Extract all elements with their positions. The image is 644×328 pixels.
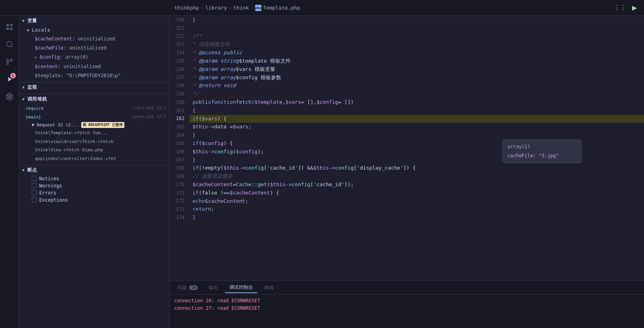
ln-159: 159 bbox=[170, 90, 185, 98]
breakpoints-section: ▼ 断点 Notices Warnings Errors Ex bbox=[19, 165, 169, 328]
bp-errors-checkbox[interactable] bbox=[32, 190, 37, 195]
watch-arrow: ▼ bbox=[22, 85, 25, 90]
callstack-section: ▼ 调用堆栈 require start.php 19:1 {main} ind… bbox=[19, 94, 169, 163]
callstack-header[interactable]: ▼ 调用堆栈 bbox=[19, 94, 169, 104]
breadcrumb-filename: Template.php bbox=[263, 5, 300, 11]
code-editor[interactable]: 150 151 152 153 154 155 156 157 158 159 … bbox=[170, 16, 644, 280]
stack-item-1[interactable]: think\Template->fetch Tem... bbox=[22, 129, 169, 137]
bp-exceptions-label: Exceptions bbox=[39, 197, 68, 203]
bp-notices-checkbox[interactable] bbox=[32, 176, 37, 181]
bp-warnings-checkbox[interactable] bbox=[32, 183, 37, 188]
terminal-content: connection 26: read ECONNRESET connectio… bbox=[170, 295, 644, 328]
code-line-173: return; bbox=[189, 205, 644, 214]
ln-162: 162 bbox=[170, 115, 185, 123]
ln-167: 167 bbox=[170, 156, 185, 164]
callstack-list: require start.php 19:1 {main} index.php … bbox=[19, 104, 169, 163]
tooltip-title: array(1) bbox=[507, 143, 576, 151]
locals-header[interactable]: ▼ Locals bbox=[25, 26, 169, 34]
explorer-icon[interactable] bbox=[2, 19, 17, 35]
var-template: $template: "D:\PHPSTUDY2018\p" bbox=[32, 71, 169, 80]
bp-notices-label: Notices bbox=[39, 176, 59, 181]
svg-rect-1 bbox=[10, 24, 12, 27]
code-line-157: * @param array $config 模板参数 bbox=[189, 74, 644, 82]
request-header[interactable]: ▼ Request 32 (2... 因 BREAKPOINT 已暂停 bbox=[22, 121, 169, 129]
svg-rect-0 bbox=[6, 24, 9, 27]
code-line-159: */ bbox=[189, 90, 644, 98]
callstack-require[interactable]: require start.php 19:1 bbox=[22, 104, 169, 113]
tab-debug-console[interactable]: 调试控制台 bbox=[225, 282, 258, 293]
bp-exceptions[interactable]: Exceptions bbox=[29, 196, 169, 204]
top-bar: thinkphp › library › think › php Templat… bbox=[0, 0, 644, 16]
code-line-153: * 渲染模板文件 bbox=[189, 40, 644, 49]
variables-header[interactable]: ▼ 变量 bbox=[19, 16, 169, 26]
ln-150: 150 bbox=[170, 16, 185, 24]
breadcrumb-sep3: › bbox=[250, 5, 253, 11]
breadcrumb-sep1: › bbox=[201, 5, 204, 11]
ln-166: 166 bbox=[170, 148, 185, 156]
ln-156: 156 bbox=[170, 65, 185, 74]
terminal-line-2: connection 27: read ECONNRESET bbox=[174, 305, 639, 312]
terminal-line-1: connection 26: read ECONNRESET bbox=[174, 297, 639, 305]
svg-point-7 bbox=[6, 63, 8, 65]
tab-terminal[interactable]: 终端 bbox=[259, 283, 278, 293]
watch-section: ▼ 监视 bbox=[19, 82, 169, 92]
tab-problems[interactable]: 问题 19 bbox=[173, 283, 202, 293]
var-config[interactable]: ▶ $config: array(0) bbox=[32, 53, 169, 62]
tab-terminal-label: 终端 bbox=[264, 284, 274, 291]
ln-170: 170 bbox=[170, 181, 185, 189]
code-line-155: * @param string $template 模板文件 bbox=[189, 57, 644, 65]
tab-output-label: 输出 bbox=[209, 284, 218, 291]
breadcrumb: thinkphp › library › think › php Templat… bbox=[174, 5, 615, 11]
bp-errors[interactable]: Errors bbox=[29, 189, 169, 196]
bp-exceptions-checkbox[interactable] bbox=[32, 197, 37, 202]
ln-155: 155 bbox=[170, 57, 185, 65]
search-icon[interactable] bbox=[2, 36, 17, 52]
code-line-150: } bbox=[189, 16, 644, 24]
tab-problems-label: 问题 bbox=[177, 284, 187, 291]
stack-item-4[interactable]: app\index\controller\Index->fet bbox=[22, 154, 169, 163]
callstack-main[interactable]: {main} index.php 17:1 bbox=[22, 113, 169, 122]
tab-output[interactable]: 输出 bbox=[204, 283, 223, 293]
breakpoints-header[interactable]: ▼ 断点 bbox=[19, 165, 169, 175]
svg-rect-3 bbox=[10, 28, 12, 30]
ln-163: 163 bbox=[170, 123, 185, 131]
bp-notices[interactable]: Notices bbox=[29, 175, 169, 182]
bp-warnings-label: Warnings bbox=[39, 183, 62, 189]
run-debug-icon[interactable]: 1 bbox=[2, 71, 17, 87]
stack-item-3[interactable]: think\View->fetch View.php bbox=[22, 146, 169, 154]
ln-164: 164 bbox=[170, 131, 185, 139]
scm-icon[interactable] bbox=[2, 54, 17, 70]
breadcrumb-think: think bbox=[233, 5, 249, 11]
top-right-icons: ⋮⋮ ▶ bbox=[615, 2, 640, 13]
callstack-arrow: ▼ bbox=[22, 97, 25, 101]
bp-errors-label: Errors bbox=[39, 190, 56, 196]
bp-warnings[interactable]: Warnings bbox=[29, 182, 169, 189]
ln-153: 153 bbox=[170, 40, 185, 49]
variables-label: 变量 bbox=[27, 17, 37, 24]
extensions-icon[interactable] bbox=[2, 89, 17, 105]
grid-icon-btn[interactable]: ⋮⋮ bbox=[615, 2, 626, 13]
watch-header[interactable]: ▼ 监视 bbox=[19, 82, 169, 92]
var-cacheFile: $cacheFile: uninitialized bbox=[32, 44, 169, 53]
code-line-163: $this->data = $vars; bbox=[189, 123, 644, 131]
ln-154: 154 bbox=[170, 49, 185, 57]
stack-item-2[interactable]: think\view\driver\Think->fetch bbox=[22, 137, 169, 146]
code-line-171: if (false !== $cacheContent) { bbox=[189, 189, 644, 197]
code-line-168: if (!empty($this->config['cache_id']) &&… bbox=[189, 164, 644, 172]
code-line-156: * @param array $vars 模板变量 bbox=[189, 65, 644, 74]
callstack-label: 调用堆栈 bbox=[27, 96, 47, 103]
svg-point-4 bbox=[6, 42, 11, 47]
run-continue-button[interactable]: ▶ bbox=[629, 2, 640, 13]
code-line-162: ▶ if ($vars) { bbox=[189, 115, 644, 123]
code-line-169: // 读取渲染缓存 bbox=[189, 172, 644, 181]
activity-bar: 1 bbox=[0, 16, 19, 328]
line-numbers: 150 151 152 153 154 155 156 157 158 159 … bbox=[170, 16, 189, 280]
code-line-164: } bbox=[189, 131, 644, 139]
ln-171: 171 bbox=[170, 189, 185, 197]
tooltip-value: cacheFile: "3.jpg" bbox=[507, 152, 576, 160]
svg-point-6 bbox=[6, 59, 8, 61]
breadcrumb-thinkphp: thinkphp bbox=[174, 5, 199, 11]
php-file-icon: php bbox=[255, 5, 261, 11]
code-line-158: * @return void bbox=[189, 82, 644, 90]
locals-arrow: ▼ bbox=[27, 28, 30, 32]
